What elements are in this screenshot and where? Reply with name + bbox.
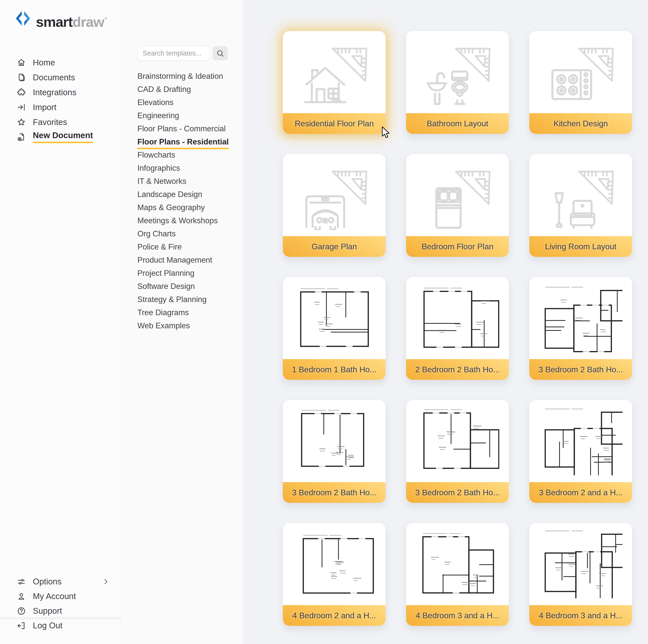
template-card-label: 4 Bedroom 3 and a H... bbox=[406, 605, 509, 626]
garage-icon bbox=[301, 180, 350, 230]
category-item-label: Web Examples bbox=[138, 321, 190, 330]
floorplan-thumbnail bbox=[293, 402, 376, 475]
category-item-cad-drafting[interactable]: CAD & Drafting bbox=[138, 83, 229, 96]
sidebar-item-import[interactable]: Import bbox=[0, 100, 121, 115]
app-logo[interactable]: smartdraw® bbox=[15, 11, 107, 30]
category-item-it-networks[interactable]: IT & Networks bbox=[138, 175, 229, 188]
template-card-label: 3 Bedroom 2 Bath Ho... bbox=[283, 482, 386, 503]
category-item-engineering[interactable]: Engineering bbox=[138, 109, 229, 122]
template-card-label: 1 Bedroom 1 Bath Ho... bbox=[283, 359, 386, 380]
template-card-4-bedroom-3-and-a-h[interactable]: 4 Bedroom 3 and a H... bbox=[406, 523, 509, 626]
category-item-label: Landscape Design bbox=[138, 190, 202, 199]
home-icon bbox=[17, 58, 26, 67]
house-icon bbox=[301, 58, 350, 107]
template-card-label: 3 Bedroom 2 Bath Ho... bbox=[406, 482, 509, 503]
template-card-3-bedroom-2-bath-ho[interactable]: 3 Bedroom 2 Bath Ho... bbox=[283, 400, 386, 503]
template-card-3-bedroom-2-bath-ho[interactable]: 3 Bedroom 2 Bath Ho... bbox=[529, 277, 632, 380]
template-preview bbox=[283, 154, 386, 236]
sidebar-item-label: Log Out bbox=[33, 621, 62, 630]
floorplan-thumbnail bbox=[416, 402, 499, 475]
sidebar-item-new-document[interactable]: New Document bbox=[0, 129, 121, 145]
template-card-4-bedroom-3-and-a-h[interactable]: 4 Bedroom 3 and a H... bbox=[529, 523, 632, 626]
category-item-infographics[interactable]: Infographics bbox=[138, 162, 229, 175]
category-item-label: Org Charts bbox=[138, 229, 176, 238]
category-item-product-management[interactable]: Product Management bbox=[138, 254, 229, 267]
template-card-living-room-layout[interactable]: Living Room Layout bbox=[529, 154, 632, 257]
template-card-garage-plan[interactable]: Garage Plan bbox=[283, 154, 386, 257]
template-card-2-bedroom-2-bath-ho[interactable]: 2 Bedroom 2 Bath Ho... bbox=[406, 277, 509, 380]
template-grid: Residential Floor PlanBathroom LayoutKit… bbox=[283, 31, 632, 626]
smartdraw-wordmark: smartdraw® bbox=[36, 11, 107, 30]
template-card-label: Kitchen Design bbox=[529, 113, 632, 134]
template-preview bbox=[529, 154, 632, 236]
template-preview bbox=[529, 523, 632, 605]
sidebar-item-home[interactable]: Home bbox=[0, 55, 121, 70]
chevron-right-icon bbox=[102, 578, 110, 585]
category-item-label: Product Management bbox=[138, 256, 212, 264]
template-card-3-bedroom-2-and-a-h[interactable]: 3 Bedroom 2 and a H... bbox=[529, 400, 632, 503]
template-card-residential-floor-plan[interactable]: Residential Floor Plan bbox=[283, 31, 386, 134]
category-item-label: Police & Fire bbox=[138, 243, 182, 251]
category-item-project-planning[interactable]: Project Planning bbox=[138, 267, 229, 280]
category-item-floor-plans-commercial[interactable]: Floor Plans - Commercial bbox=[138, 122, 229, 136]
floorplan-thumbnail bbox=[293, 525, 376, 598]
template-preview bbox=[406, 154, 509, 236]
category-item-maps-geography[interactable]: Maps & Geography bbox=[138, 201, 229, 214]
registered-mark: ® bbox=[105, 16, 107, 20]
template-card-bathroom-layout[interactable]: Bathroom Layout bbox=[406, 31, 509, 134]
category-item-landscape-design[interactable]: Landscape Design bbox=[138, 188, 229, 201]
floorplan-thumbnail bbox=[539, 525, 623, 598]
import-icon bbox=[17, 103, 26, 112]
template-card-bedroom-floor-plan[interactable]: Bedroom Floor Plan bbox=[406, 154, 509, 257]
integrations-icon bbox=[17, 88, 26, 97]
sidebar-item-label: Integrations bbox=[33, 88, 76, 97]
category-item-floor-plans-residential[interactable]: Floor Plans - Residential bbox=[138, 136, 229, 149]
template-preview bbox=[283, 31, 386, 113]
category-item-software-design[interactable]: Software Design bbox=[138, 280, 229, 293]
floorplan-thumbnail bbox=[539, 279, 623, 352]
sidebar-item-documents[interactable]: Documents bbox=[0, 70, 121, 85]
template-card-label: 4 Bedroom 2 and a H... bbox=[283, 605, 386, 626]
sidebar-item-log-out[interactable]: Log Out bbox=[0, 618, 121, 633]
search-row bbox=[138, 46, 228, 60]
category-item-label: Software Design bbox=[138, 282, 195, 291]
category-item-org-charts[interactable]: Org Charts bbox=[138, 227, 229, 240]
sidebar: smartdraw® HomeDocumentsIntegrationsImpo… bbox=[0, 0, 121, 644]
sidebar-item-favorites[interactable]: Favorites bbox=[0, 115, 121, 129]
category-item-label: CAD & Drafting bbox=[138, 85, 191, 94]
category-list: Brainstorming & IdeationCAD & DraftingEl… bbox=[138, 70, 229, 332]
template-category-panel: Brainstorming & IdeationCAD & DraftingEl… bbox=[121, 0, 243, 644]
category-item-label: Strategy & Planning bbox=[138, 295, 207, 304]
category-item-police-fire[interactable]: Police & Fire bbox=[138, 240, 229, 254]
sidebar-item-options[interactable]: Options bbox=[0, 574, 121, 589]
category-item-elevations[interactable]: Elevations bbox=[138, 96, 229, 109]
category-item-label: Tree Diagrams bbox=[138, 308, 189, 317]
category-item-label: IT & Networks bbox=[138, 177, 186, 185]
search-button[interactable] bbox=[213, 46, 228, 60]
search-input[interactable] bbox=[138, 46, 210, 60]
floorplan-thumbnail bbox=[416, 525, 499, 598]
kitchen-icon bbox=[547, 58, 596, 107]
sidebar-item-integrations[interactable]: Integrations bbox=[0, 85, 121, 100]
template-card-kitchen-design[interactable]: Kitchen Design bbox=[529, 31, 632, 134]
category-item-brainstorming-ideation[interactable]: Brainstorming & Ideation bbox=[138, 70, 229, 83]
template-preview bbox=[283, 400, 386, 482]
template-gallery: Residential Floor PlanBathroom LayoutKit… bbox=[243, 0, 648, 644]
template-card-1-bedroom-1-bath-ho[interactable]: 1 Bedroom 1 Bath Ho... bbox=[283, 277, 386, 380]
category-item-label: Maps & Geography bbox=[138, 203, 205, 212]
category-item-tree-diagrams[interactable]: Tree Diagrams bbox=[138, 306, 229, 319]
template-card-3-bedroom-2-bath-ho[interactable]: 3 Bedroom 2 Bath Ho... bbox=[406, 400, 509, 503]
bed-icon bbox=[424, 180, 473, 230]
category-item-strategy-planning[interactable]: Strategy & Planning bbox=[138, 293, 229, 306]
category-item-meetings-workshops[interactable]: Meetings & Workshops bbox=[138, 214, 229, 227]
category-item-flowcharts[interactable]: Flowcharts bbox=[138, 149, 229, 162]
template-card-4-bedroom-2-and-a-h[interactable]: 4 Bedroom 2 and a H... bbox=[283, 523, 386, 626]
documents-icon bbox=[17, 73, 26, 82]
sidebar-item-label: Favorites bbox=[33, 118, 67, 127]
category-item-label: Meetings & Workshops bbox=[138, 216, 218, 225]
category-item-web-examples[interactable]: Web Examples bbox=[138, 319, 229, 332]
template-card-label: Bathroom Layout bbox=[406, 113, 509, 134]
template-preview bbox=[406, 523, 509, 605]
sidebar-item-my-account[interactable]: My Account bbox=[0, 589, 121, 604]
sidebar-item-label: My Account bbox=[33, 592, 76, 601]
